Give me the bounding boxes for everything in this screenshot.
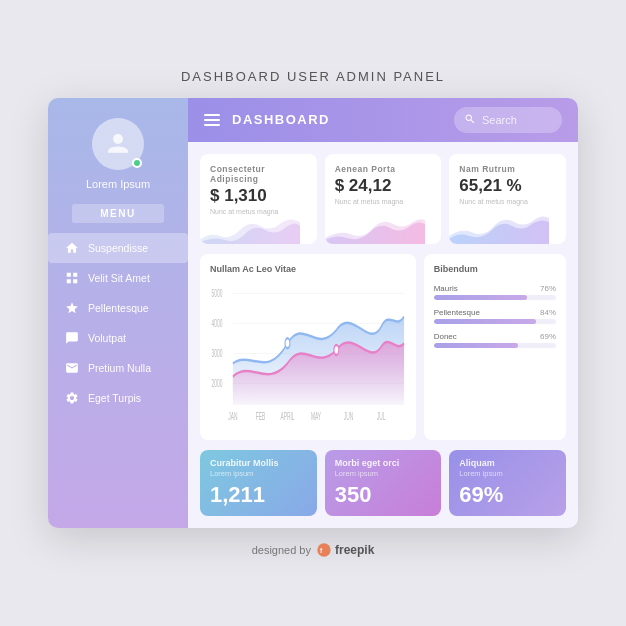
bottom-card-1-title: Curabitur Mollis bbox=[210, 458, 307, 468]
stat-card-2-title: Aenean Porta bbox=[335, 164, 432, 174]
stat-card-3-sub: Nunc at metus magna bbox=[459, 198, 556, 205]
bar-track-donec bbox=[434, 343, 556, 348]
chart-area: 5000 4000 3000 2000 bbox=[210, 280, 406, 430]
page-title: DASHBOARD USER ADMIN PANEL bbox=[181, 69, 445, 84]
bottom-card-3-title: Aliquam bbox=[459, 458, 556, 468]
bottom-card-1-value: 1,211 bbox=[210, 482, 307, 508]
bottom-card-3: Aliquam Lorem ipsum 69% bbox=[449, 450, 566, 516]
stat-card-2-value: $ 24,12 bbox=[335, 176, 432, 196]
search-input[interactable] bbox=[482, 114, 552, 126]
freepik-logo: f freepik bbox=[316, 542, 374, 558]
settings-icon bbox=[64, 390, 80, 406]
chat-icon bbox=[64, 330, 80, 346]
online-indicator bbox=[132, 158, 142, 168]
progress-bars-card: Bibendum Mauris 76% Pellentesque bbox=[424, 254, 566, 440]
svg-text:2000: 2000 bbox=[212, 377, 223, 388]
bar-fill-mauris bbox=[434, 295, 527, 300]
stat-card-2-sub: Nunc at metus magna bbox=[335, 198, 432, 205]
stat-card-3: Nam Rutrum 65,21 % Nunc at metus magna bbox=[449, 154, 566, 244]
bar-pct-mauris: 76% bbox=[540, 284, 556, 293]
stat-card-1-value: $ 1,310 bbox=[210, 186, 307, 206]
mail-icon bbox=[64, 360, 80, 376]
home-icon bbox=[64, 240, 80, 256]
bar-pct-pellentesque: 84% bbox=[540, 308, 556, 317]
stat-card-3-title: Nam Rutrum bbox=[459, 164, 556, 174]
svg-point-10 bbox=[334, 345, 339, 355]
bottom-card-3-sub: Lorem ipsum bbox=[459, 469, 556, 478]
star-icon bbox=[64, 300, 80, 316]
svg-point-0 bbox=[113, 134, 123, 144]
search-icon bbox=[464, 111, 476, 129]
stat-card-1: Consectetur Adipiscing $ 1,310 Nunc at m… bbox=[200, 154, 317, 244]
topbar: DASHBOARD bbox=[188, 98, 578, 142]
bottom-card-2-title: Morbi eget orci bbox=[335, 458, 432, 468]
stat-cards-row: Consectetur Adipiscing $ 1,310 Nunc at m… bbox=[200, 154, 566, 244]
bar-item-donec: Donec 69% bbox=[434, 332, 556, 348]
avatar-wrap bbox=[92, 118, 144, 170]
main-content: DASHBOARD Consectetur Adipiscing $ 1,310… bbox=[188, 98, 578, 528]
stat-card-3-value: 65,21 % bbox=[459, 176, 556, 196]
svg-point-9 bbox=[285, 338, 290, 348]
sidebar-item-pellentesque[interactable]: Pellentesque bbox=[48, 293, 188, 323]
topbar-title: DASHBOARD bbox=[232, 112, 454, 127]
sidebar-item-pretium[interactable]: Pretium Nulla bbox=[48, 353, 188, 383]
middle-row: Nullam Ac Leo Vitae bbox=[200, 254, 566, 440]
bottom-card-1: Curabitur Mollis Lorem ipsum 1,211 bbox=[200, 450, 317, 516]
footer-brand: freepik bbox=[335, 543, 374, 557]
footer-text: designed by bbox=[252, 544, 311, 556]
stat-card-2: Aenean Porta $ 24,12 Nunc at metus magna bbox=[325, 154, 442, 244]
bar-fill-pellentesque bbox=[434, 319, 537, 324]
sidebar-item-label: Pretium Nulla bbox=[88, 362, 151, 374]
bottom-card-1-sub: Lorem ipsum bbox=[210, 469, 307, 478]
bar-item-pellentesque: Pellentesque 84% bbox=[434, 308, 556, 324]
footer: designed by f freepik bbox=[252, 542, 375, 558]
sidebar-item-suspendisse[interactable]: Suspendisse bbox=[48, 233, 188, 263]
bottom-card-2: Morbi eget orci Lorem ipsum 350 bbox=[325, 450, 442, 516]
progress-bars-title: Bibendum bbox=[434, 264, 556, 274]
bar-fill-donec bbox=[434, 343, 518, 348]
svg-text:APRIL: APRIL bbox=[280, 411, 295, 422]
svg-text:4000: 4000 bbox=[212, 317, 223, 328]
bottom-card-2-sub: Lorem ipsum bbox=[335, 469, 432, 478]
menu-label: MENU bbox=[72, 204, 163, 223]
admin-panel: Lorem Ipsum MENU Suspendisse Velit Sit A… bbox=[48, 98, 578, 528]
sidebar-item-volutpat[interactable]: Volutpat bbox=[48, 323, 188, 353]
svg-text:MAY: MAY bbox=[311, 411, 322, 422]
bottom-card-2-value: 350 bbox=[335, 482, 432, 508]
chart-title: Nullam Ac Leo Vitae bbox=[210, 264, 406, 274]
svg-text:JAN: JAN bbox=[228, 411, 237, 422]
bottom-cards-row: Curabitur Mollis Lorem ipsum 1,211 Morbi… bbox=[200, 450, 566, 516]
sidebar: Lorem Ipsum MENU Suspendisse Velit Sit A… bbox=[48, 98, 188, 528]
grid-icon bbox=[64, 270, 80, 286]
sidebar-item-label: Suspendisse bbox=[88, 242, 148, 254]
content-area: Consectetur Adipiscing $ 1,310 Nunc at m… bbox=[188, 142, 578, 528]
svg-text:JUN: JUN bbox=[344, 411, 354, 422]
bar-track-pellentesque bbox=[434, 319, 556, 324]
bar-track-mauris bbox=[434, 295, 556, 300]
sidebar-item-eget[interactable]: Eget Turpis bbox=[48, 383, 188, 413]
bottom-card-3-value: 69% bbox=[459, 482, 556, 508]
sidebar-item-label: Pellentesque bbox=[88, 302, 149, 314]
search-box[interactable] bbox=[454, 107, 562, 133]
svg-text:JUL: JUL bbox=[377, 411, 386, 422]
svg-text:FEB: FEB bbox=[256, 411, 266, 422]
bar-item-mauris: Mauris 76% bbox=[434, 284, 556, 300]
bar-pct-donec: 69% bbox=[540, 332, 556, 341]
sidebar-item-label: Eget Turpis bbox=[88, 392, 141, 404]
svg-text:5000: 5000 bbox=[212, 287, 223, 298]
sidebar-item-label: Velit Sit Amet bbox=[88, 272, 150, 284]
sidebar-item-label: Volutpat bbox=[88, 332, 126, 344]
bar-label-pellentesque: Pellentesque bbox=[434, 308, 480, 317]
svg-point-17 bbox=[317, 543, 330, 556]
sidebar-item-velit[interactable]: Velit Sit Amet bbox=[48, 263, 188, 293]
bar-label-donec: Donec bbox=[434, 332, 457, 341]
bar-label-mauris: Mauris bbox=[434, 284, 458, 293]
stat-card-1-title: Consectetur Adipiscing bbox=[210, 164, 307, 184]
svg-text:3000: 3000 bbox=[212, 347, 223, 358]
user-name: Lorem Ipsum bbox=[86, 178, 150, 190]
hamburger-button[interactable] bbox=[204, 114, 220, 126]
area-chart-card: Nullam Ac Leo Vitae bbox=[200, 254, 416, 440]
